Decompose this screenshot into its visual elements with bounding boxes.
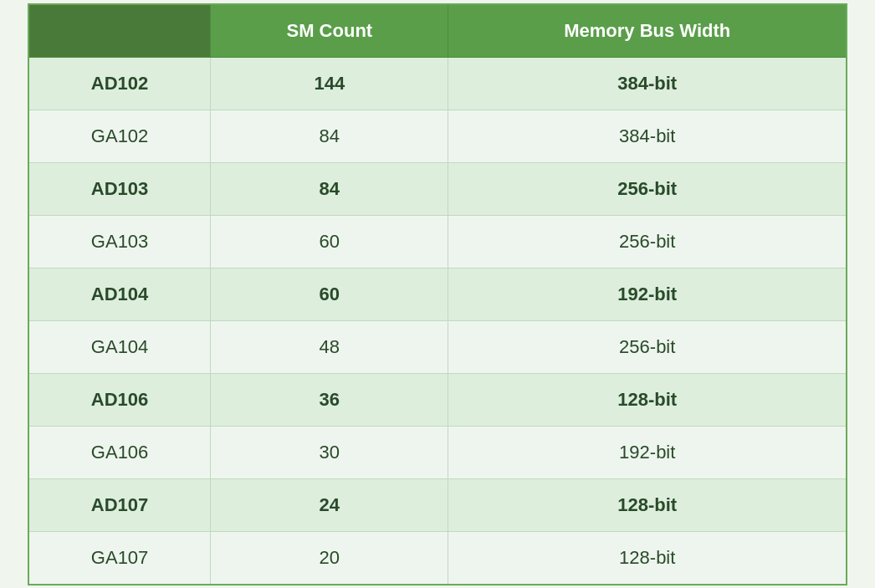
table-row: AD10460192-bit	[28, 268, 847, 320]
table-row: GA10630192-bit	[28, 426, 847, 478]
cell-sm-count: 20	[211, 531, 448, 585]
table-row: GA10360256-bit	[28, 215, 847, 268]
cell-gpu-name: AD104	[28, 268, 211, 320]
table-row: AD10384256-bit	[28, 162, 847, 215]
cell-mem-bus: 192-bit	[448, 426, 847, 478]
cell-mem-bus: 384-bit	[448, 57, 847, 110]
table-row: GA10720128-bit	[28, 531, 847, 585]
cell-sm-count: 48	[211, 320, 448, 373]
cell-sm-count: 24	[211, 478, 448, 531]
cell-gpu-name: AD106	[28, 373, 211, 426]
cell-gpu-name: AD107	[28, 478, 211, 531]
table-header-row: SM Count Memory Bus Width	[28, 4, 847, 58]
cell-sm-count: 84	[211, 110, 448, 162]
cell-gpu-name: GA106	[28, 426, 211, 478]
cell-mem-bus: 192-bit	[448, 268, 847, 320]
cell-mem-bus: 128-bit	[448, 478, 847, 531]
table-row: AD10724128-bit	[28, 478, 847, 531]
table-row: GA10448256-bit	[28, 320, 847, 373]
table-row: GA10284384-bit	[28, 110, 847, 162]
table-row: AD102144384-bit	[28, 57, 847, 110]
cell-gpu-name: GA104	[28, 320, 211, 373]
cell-mem-bus: 256-bit	[448, 215, 847, 268]
cell-mem-bus: 384-bit	[448, 110, 847, 162]
cell-gpu-name: AD102	[28, 57, 211, 110]
table-body: AD102144384-bitGA10284384-bitAD10384256-…	[28, 57, 847, 585]
cell-sm-count: 30	[211, 426, 448, 478]
cell-mem-bus: 128-bit	[448, 373, 847, 426]
cell-mem-bus: 256-bit	[448, 320, 847, 373]
cell-sm-count: 60	[211, 215, 448, 268]
cell-sm-count: 84	[211, 162, 448, 215]
cell-mem-bus: 256-bit	[448, 162, 847, 215]
cell-mem-bus: 128-bit	[448, 531, 847, 585]
cell-gpu-name: GA107	[28, 531, 211, 585]
cell-gpu-name: GA102	[28, 110, 211, 162]
main-table-container: SM Count Memory Bus Width AD102144384-bi…	[28, 3, 847, 585]
cell-gpu-name: GA103	[28, 215, 211, 268]
col-header-name	[28, 4, 211, 58]
col-header-mem-bus: Memory Bus Width	[448, 4, 847, 58]
cell-sm-count: 144	[211, 57, 448, 110]
cell-sm-count: 36	[211, 373, 448, 426]
cell-sm-count: 60	[211, 268, 448, 320]
table-row: AD10636128-bit	[28, 373, 847, 426]
cell-gpu-name: AD103	[28, 162, 211, 215]
gpu-comparison-table: SM Count Memory Bus Width AD102144384-bi…	[28, 3, 847, 585]
col-header-sm-count: SM Count	[211, 4, 448, 58]
